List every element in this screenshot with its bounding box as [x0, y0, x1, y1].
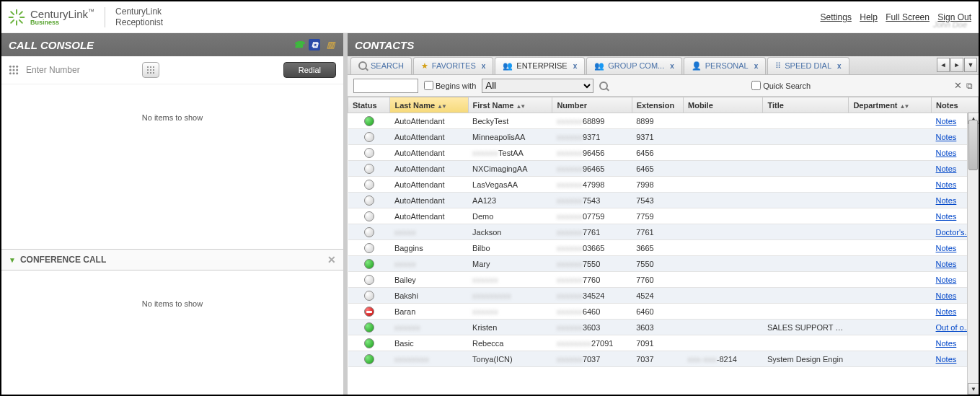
begins-with-checkbox[interactable]: Begins with — [424, 81, 476, 90]
filter-dropdown[interactable]: All — [482, 79, 593, 93]
keypad-button[interactable] — [142, 62, 159, 78]
tab-enterprise[interactable]: 👥 ENTERPRISE x — [495, 57, 585, 74]
tab-scroll-left[interactable]: ◄ — [937, 58, 950, 72]
col-firstname[interactable]: First Name▲▼ — [468, 97, 552, 113]
brand-name: CenturyLink — [30, 8, 88, 20]
table-row[interactable]: xxxxxJacksonxxxxxx77617761Doctor's... — [348, 224, 979, 240]
cell-firstname: xxxxxxTestAA — [468, 145, 552, 161]
centurylink-logo-icon — [7, 8, 26, 27]
phone-icon[interactable]: ☎ — [293, 39, 304, 50]
tab-speeddial[interactable]: ⠿ SPEED DIAL x — [767, 57, 849, 74]
col-status[interactable]: Status — [348, 97, 390, 113]
list-icon[interactable]: ▥ — [325, 39, 336, 50]
table-row[interactable]: Bakshixxxxxxxxxxxxxxx345244524Notes — [348, 288, 979, 304]
col-number[interactable]: Number — [552, 97, 632, 113]
search-icon[interactable] — [599, 82, 608, 90]
tab-personal[interactable]: 👤 PERSONAL x — [684, 57, 766, 74]
notes-link[interactable]: Notes — [936, 133, 957, 141]
tab-scroll-right[interactable]: ► — [950, 58, 963, 72]
table-row[interactable]: AutoAttendantNXCimagingAAxxxxxx964656465… — [348, 161, 979, 177]
table-row[interactable]: Baranxxxxxxxxxxxx64606460Notes — [348, 304, 979, 320]
close-icon[interactable]: x — [482, 62, 486, 70]
tab-menu[interactable]: ▼ — [964, 58, 977, 72]
notes-link[interactable]: Notes — [936, 276, 957, 284]
help-link[interactable]: Help — [860, 12, 878, 22]
search-input[interactable] — [353, 79, 418, 93]
fullscreen-link[interactable]: Full Screen — [886, 12, 930, 22]
collapse-icon[interactable]: ▼ — [9, 256, 16, 264]
col-notes[interactable]: Notes — [932, 97, 979, 113]
cell-mobile — [684, 113, 763, 129]
svg-point-10 — [16, 66, 18, 68]
table-row[interactable]: AutoAttendantBeckyTestxxxxxx688998899Not… — [348, 113, 979, 129]
notes-link[interactable]: Doctor's... — [936, 228, 971, 237]
redial-button[interactable]: Redial — [283, 62, 336, 78]
notes-link[interactable]: Notes — [936, 339, 957, 348]
notes-link[interactable]: Notes — [936, 196, 957, 205]
scroll-down-icon[interactable]: ▼ — [968, 383, 979, 395]
cell-title: System Design Engin — [763, 351, 849, 367]
scroll-thumb[interactable] — [968, 120, 978, 170]
popout-icon[interactable]: ⧉ — [966, 81, 973, 91]
table-row[interactable]: BagginsBilboxxxxxx036653665Notes — [348, 240, 979, 256]
cell-department — [849, 161, 932, 177]
table-row[interactable]: xxxxxMaryxxxxxx75507550Notes — [348, 256, 979, 272]
svg-point-18 — [150, 66, 151, 68]
notes-link[interactable]: Notes — [936, 307, 957, 316]
status-icon — [364, 195, 374, 206]
tab-search[interactable]: SEARCH — [350, 57, 412, 74]
col-mobile[interactable]: Mobile — [684, 97, 763, 113]
table-row[interactable]: AutoAttendantLasVegasAAxxxxxx479987998No… — [348, 177, 979, 193]
notes-link[interactable]: Notes — [936, 212, 957, 221]
table-row[interactable]: xxxxxxKristenxxxxxx36033603SALES SUPPORT… — [348, 320, 979, 335]
close-icon[interactable]: x — [670, 62, 674, 70]
settings-link[interactable]: Settings — [821, 12, 852, 22]
close-icon[interactable]: ✕ — [954, 80, 962, 91]
notes-link[interactable]: Notes — [936, 244, 957, 252]
col-department[interactable]: Department▲▼ — [849, 97, 932, 113]
notes-link[interactable]: Notes — [936, 260, 957, 268]
tab-groupcom[interactable]: 👥 GROUP COM... x — [586, 57, 682, 74]
close-icon[interactable]: x — [573, 62, 578, 70]
cell-number: xxxxxx3603 — [552, 320, 632, 335]
cell-extension: 6465 — [632, 161, 683, 177]
notes-link[interactable]: Notes — [936, 117, 957, 126]
col-lastname[interactable]: Last Name▲▼ — [390, 97, 468, 113]
conference-header[interactable]: ▼CONFERENCE CALL ✕ — [1, 249, 343, 270]
table-row[interactable]: Baileyxxxxxxxxxxxx77607760Notes — [348, 272, 979, 288]
notes-link[interactable]: Out of o... — [936, 323, 971, 332]
enter-number-input[interactable]: Enter Number — [26, 65, 135, 75]
cell-lastname: AutoAttendant — [390, 193, 468, 208]
status-cell — [348, 304, 390, 320]
close-icon[interactable]: x — [837, 62, 842, 70]
notes-link[interactable]: Notes — [936, 149, 957, 157]
history-icon[interactable]: ⧉ — [309, 39, 320, 50]
cell-number: xxxxxx68899 — [552, 113, 632, 129]
notes-link[interactable]: Notes — [936, 355, 957, 364]
cell-extension: 4524 — [632, 288, 683, 304]
cell-department — [849, 224, 932, 240]
col-title[interactable]: Title — [763, 97, 849, 113]
cell-lastname: xxxxx — [390, 224, 468, 240]
svg-point-11 — [9, 69, 12, 71]
tab-favorites[interactable]: ★ FAVORITES x — [413, 57, 493, 74]
contacts-table: Status Last Name▲▼ First Name▲▼ Number E… — [348, 97, 979, 367]
table-row[interactable]: AutoAttendantxxxxxxTestAAxxxxxx964566456… — [348, 145, 979, 161]
close-icon[interactable]: ✕ — [327, 254, 336, 265]
table-row[interactable]: AutoAttendantDemoxxxxxx077597759Notes — [348, 208, 979, 224]
notes-link[interactable]: Notes — [936, 180, 957, 189]
close-icon[interactable]: x — [754, 62, 759, 70]
table-row[interactable]: AutoAttendantMinneapolisAAxxxxxx93719371… — [348, 129, 979, 145]
svg-point-22 — [153, 69, 154, 71]
quick-search-checkbox[interactable]: Quick Search — [751, 81, 811, 90]
notes-link[interactable]: Notes — [936, 164, 957, 173]
table-row[interactable]: AutoAttendantAA123xxxxxx75437543Notes — [348, 193, 979, 208]
status-cell — [348, 224, 390, 240]
table-row[interactable]: BasicRebeccaxxxxxxxx270917091Notes — [348, 335, 979, 351]
notes-link[interactable]: Notes — [936, 291, 957, 300]
status-icon — [364, 116, 374, 126]
scrollbar[interactable]: ▲ ▼ — [967, 113, 979, 395]
col-extension[interactable]: Extension — [632, 97, 683, 113]
cell-mobile — [684, 193, 763, 208]
table-row[interactable]: xxxxxxxxTonya(ICN)xxxxxx70377037xxx-xxx-… — [348, 351, 979, 367]
